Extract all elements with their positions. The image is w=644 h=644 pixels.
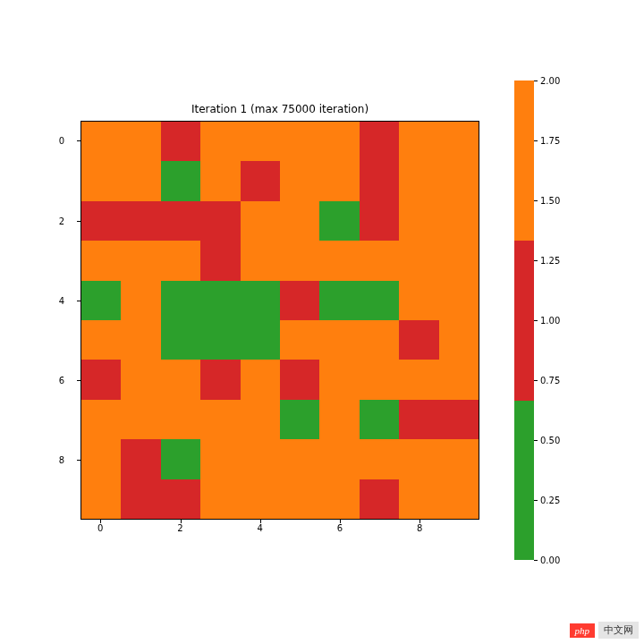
colorbar-tick-mark [534, 380, 538, 381]
chart-title: Iteration 1 (max 75000 iteration) [80, 103, 479, 115]
heatmap-plot [80, 121, 479, 520]
colorbar-tick-label: 0.25 [540, 496, 560, 505]
heatmap-cell [399, 241, 438, 280]
y-tick-mark [77, 380, 80, 381]
colorbar-tick-mark [534, 440, 538, 441]
colorbar-tick-mark [534, 80, 538, 81]
x-tick-label: 8 [417, 523, 422, 533]
heatmap-cell [399, 201, 438, 241]
watermark-text: 中文网 [598, 622, 639, 639]
heatmap-cell [200, 161, 240, 200]
colorbar-segment [514, 241, 534, 401]
heatmap-cell [360, 439, 399, 479]
heatmap-cell [399, 400, 438, 439]
heatmap-cell [121, 439, 160, 479]
y-tick-mark [77, 140, 80, 141]
heatmap-cell [161, 360, 200, 399]
heatmap-cell [241, 161, 280, 200]
heatmap-cell [121, 201, 160, 241]
x-tick-label: 4 [258, 523, 263, 533]
x-tick-mark [100, 520, 101, 523]
heatmap-cell [241, 201, 280, 241]
heatmap-cell [121, 479, 160, 519]
colorbar-tick-label: 1.75 [540, 136, 560, 146]
heatmap-cell [81, 360, 121, 399]
heatmap-cell [319, 122, 359, 161]
heatmap-cell [360, 201, 399, 241]
heatmap-cell [161, 400, 200, 439]
colorbar-tick-mark [534, 560, 538, 561]
heatmap-cell [319, 201, 359, 241]
heatmap-cell [399, 360, 438, 399]
heatmap-cell [81, 400, 121, 439]
heatmap-cell [439, 400, 479, 439]
heatmap-cell [280, 439, 319, 479]
heatmap-cell [241, 479, 280, 519]
x-tick-mark [419, 520, 420, 523]
heatmap-cell [280, 400, 319, 439]
heatmap-cell [280, 241, 319, 280]
heatmap-cell [360, 320, 399, 360]
heatmap-cell [399, 122, 438, 161]
heatmap-cell [200, 479, 240, 519]
heatmap-cell [200, 241, 240, 280]
heatmap-cell [439, 161, 479, 200]
heatmap-cell [280, 281, 319, 320]
heatmap-cell [161, 281, 200, 320]
colorbar-segment [514, 80, 534, 241]
heatmap-cell [319, 439, 359, 479]
heatmap-cell [439, 122, 479, 161]
colorbar-tick-label: 0.75 [540, 376, 560, 386]
colorbar [514, 80, 534, 560]
heatmap-cell [319, 360, 359, 399]
colorbar-tick-label: 1.25 [540, 256, 560, 266]
x-tick-label: 0 [97, 523, 103, 533]
heatmap-cell [280, 161, 319, 200]
colorbar-segment [514, 401, 534, 560]
heatmap-cell [360, 479, 399, 519]
colorbar-tick-mark [534, 500, 538, 501]
heatmap-cell [280, 122, 319, 161]
heatmap-cell [81, 201, 121, 241]
heatmap-cell [81, 161, 121, 200]
heatmap-cell [161, 439, 200, 479]
colorbar-tick-label: 1.50 [540, 196, 560, 206]
y-tick-mark [77, 460, 80, 461]
heatmap-cell [360, 122, 399, 161]
heatmap-cell [439, 201, 479, 241]
heatmap-cell [81, 479, 121, 519]
x-tick-label: 6 [337, 523, 343, 533]
heatmap-cell [360, 161, 399, 200]
heatmap-cell [121, 281, 160, 320]
heatmap-cell [399, 439, 438, 479]
heatmap-cell [360, 360, 399, 399]
heatmap-cell [439, 241, 479, 280]
heatmap-cell [200, 360, 240, 399]
heatmap-cell [319, 479, 359, 519]
heatmap-cell [200, 400, 240, 439]
heatmap-cell [241, 122, 280, 161]
x-tick-mark [340, 520, 341, 523]
heatmap-cell [439, 360, 479, 399]
watermark-logo: php [570, 623, 596, 638]
heatmap-cell [360, 400, 399, 439]
heatmap-cell [200, 439, 240, 479]
heatmap-cell [241, 360, 280, 399]
heatmap-cell [399, 281, 438, 320]
heatmap-cell [81, 122, 121, 161]
heatmap-cell [319, 281, 359, 320]
heatmap-cell [439, 320, 479, 360]
colorbar-tick-label: 2.00 [540, 76, 560, 86]
colorbar-tick-mark [534, 260, 538, 261]
heatmap-cell [399, 161, 438, 200]
heatmap-cell [241, 400, 280, 439]
x-tick-mark [181, 520, 182, 523]
heatmap-cell [399, 479, 438, 519]
heatmap-cell [399, 320, 438, 360]
heatmap-cell [439, 439, 479, 479]
colorbar-tick-mark [534, 200, 538, 201]
colorbar-tick-label: 1.00 [540, 316, 560, 326]
heatmap-cell [280, 320, 319, 360]
heatmap-cell [319, 241, 359, 280]
heatmap-cell [161, 161, 200, 200]
